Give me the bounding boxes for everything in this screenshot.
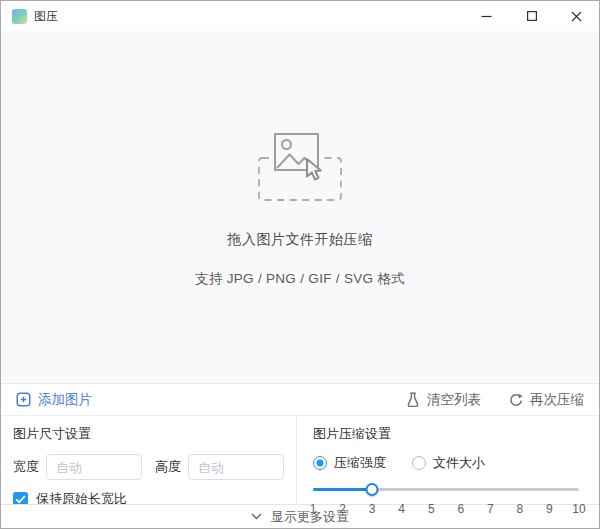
size-inputs-row: 宽度 高度 [13,454,284,480]
toolbar: 添加图片 清空列表 再次压缩 [1,383,599,415]
radio-circle-icon [313,456,327,470]
slider-tick: 10 [572,502,585,516]
slider-tick: 8 [517,502,524,516]
dropzone-subtitle: 支持 JPG / PNG / GIF / SVG 格式 [195,270,405,288]
add-images-button[interactable]: 添加图片 [16,391,92,409]
dropzone-title: 拖入图片文件开始压缩 [228,231,373,249]
height-label: 高度 [155,458,181,476]
file-size-label: 文件大小 [433,454,485,472]
minimize-icon [481,11,492,22]
recompress-label: 再次压缩 [530,391,584,409]
drop-image-icon [250,127,350,203]
slider-tick: 1 [310,502,317,516]
add-images-label: 添加图片 [38,391,92,409]
toolbar-right-group: 清空列表 再次压缩 [406,391,584,409]
slider-tick: 2 [339,502,346,516]
window-controls [464,1,599,31]
titlebar: 图压 [1,1,599,31]
app-window: 图压 拖入图片文件开始压缩 支持 JPG / PNG / GIF / SVG 格… [0,0,600,529]
slider-tick: 4 [398,502,405,516]
slider-tick: 3 [369,502,376,516]
compress-settings-section: 图片压缩设置 压缩强度 文件大小 12345678910 [297,416,599,504]
minimize-button[interactable] [464,1,509,31]
radio-circle-icon [412,456,426,470]
clear-list-label: 清空列表 [427,391,481,409]
recompress-button[interactable]: 再次压缩 [509,391,584,409]
dropzone[interactable]: 拖入图片文件开始压缩 支持 JPG / PNG / GIF / SVG 格式 [1,31,599,383]
compress-settings-title: 图片压缩设置 [313,425,579,443]
maximize-button[interactable] [509,1,554,31]
clear-flask-icon [406,392,420,408]
chevron-down-icon [251,513,262,520]
width-label: 宽度 [13,458,39,476]
slider-tick: 6 [457,502,464,516]
maximize-icon [527,11,537,21]
width-input[interactable] [46,454,142,480]
slider-handle[interactable] [366,483,379,496]
check-icon [15,495,26,504]
compress-strength-label: 压缩强度 [334,454,386,472]
size-settings-title: 图片尺寸设置 [13,425,284,443]
refresh-icon [509,393,523,407]
app-icon [12,9,27,24]
add-plus-icon [16,392,31,407]
size-settings-section: 图片尺寸设置 宽度 高度 保持原始长宽比 [1,416,297,504]
slider-tick: 9 [546,502,553,516]
close-icon [571,11,582,22]
close-button[interactable] [554,1,599,31]
radio-compress-strength[interactable]: 压缩强度 [313,454,386,472]
slider-tick: 7 [487,502,494,516]
strength-slider[interactable] [313,483,579,497]
settings-panel: 图片尺寸设置 宽度 高度 保持原始长宽比 图片压缩设置 压缩强度 [1,415,599,504]
window-title: 图压 [34,8,58,25]
slider-tick: 5 [428,502,435,516]
compress-mode-row: 压缩强度 文件大小 [313,454,579,472]
clear-list-button[interactable]: 清空列表 [406,391,481,409]
radio-file-size[interactable]: 文件大小 [412,454,485,472]
height-input[interactable] [188,454,284,480]
slider-ticks: 12345678910 [313,502,579,518]
slider-fill [313,488,372,491]
